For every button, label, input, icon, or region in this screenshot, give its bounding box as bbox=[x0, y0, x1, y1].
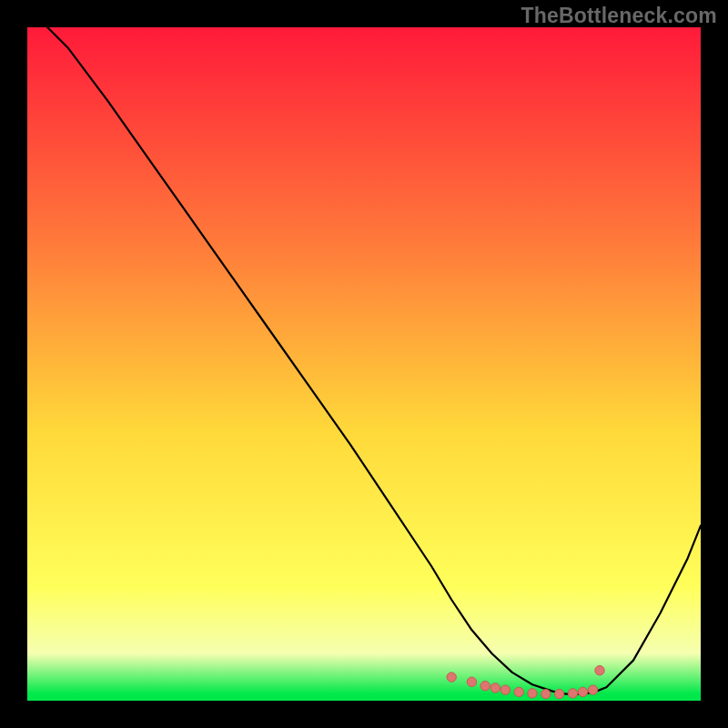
marker-dot bbox=[541, 689, 551, 698]
marker-dot bbox=[490, 683, 500, 693]
marker-dot bbox=[447, 672, 456, 682]
marker-dot bbox=[568, 689, 577, 698]
marker-dot bbox=[554, 689, 563, 698]
marker-dot bbox=[514, 687, 523, 696]
bottleneck-curve-chart bbox=[27, 27, 701, 701]
marker-dot bbox=[528, 689, 537, 698]
marker-dot bbox=[595, 666, 604, 675]
watermark-text: TheBottleneck.com bbox=[521, 4, 717, 28]
marker-dot bbox=[480, 682, 490, 691]
marker-dot bbox=[578, 687, 587, 696]
marker-dot bbox=[467, 677, 476, 686]
marker-dot bbox=[588, 685, 597, 694]
marker-dot bbox=[500, 685, 510, 694]
chart-frame: TheBottleneck.com bbox=[0, 0, 728, 728]
